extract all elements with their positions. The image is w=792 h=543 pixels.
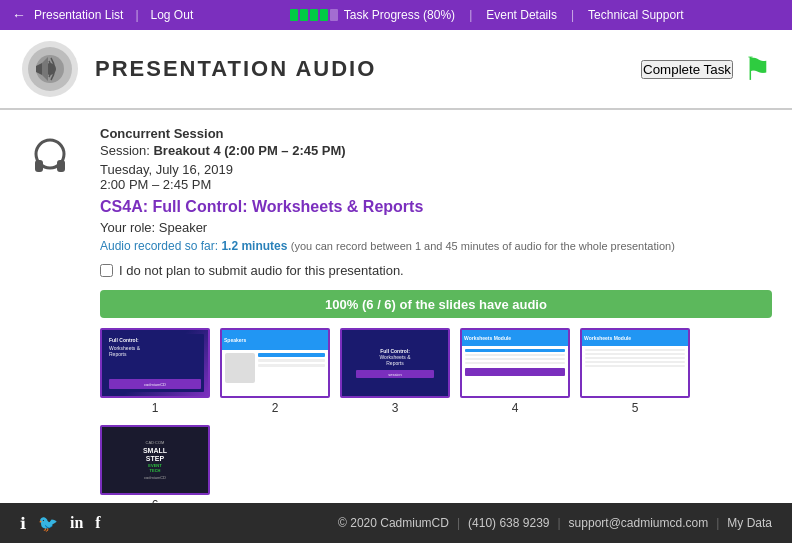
linkedin-icon[interactable]: in xyxy=(70,514,83,533)
audio-icon xyxy=(20,39,80,99)
battery-cell-3 xyxy=(310,9,318,21)
footer-div-2: | xyxy=(557,516,560,530)
log-out-link[interactable]: Log Out xyxy=(151,8,194,22)
slides-progress-bar: 100% (6 / 6) of the slides have audio xyxy=(100,290,772,318)
technical-support-link[interactable]: Technical Support xyxy=(588,8,683,22)
nav-center: Task Progress (80%) | Event Details | Te… xyxy=(193,8,780,22)
slide-thumb-1: Full Control: Worksheets & Reports cadmi… xyxy=(100,328,210,398)
no-audio-label: I do not plan to submit audio for this p… xyxy=(119,263,404,278)
slide-number-6: 6 xyxy=(152,498,159,503)
event-details-link[interactable]: Event Details xyxy=(486,8,557,22)
slide-item-6[interactable]: CAD·COM SMALLSTEP EVENTTECH cadmiumCD 6 xyxy=(100,425,210,503)
nav-divider-3: | xyxy=(469,8,472,22)
headphone-icon xyxy=(25,132,75,185)
role-label: Your role: Speaker xyxy=(100,220,772,235)
slide-item-3[interactable]: Full Control: Worksheets & Reports sessi… xyxy=(340,328,450,415)
task-progress-container: Task Progress (80%) xyxy=(290,8,455,22)
audio-recorded-line: Audio recorded so far: 1.2 minutes (you … xyxy=(100,239,772,253)
svg-rect-8 xyxy=(57,160,65,172)
footer-email: support@cadmiumcd.com xyxy=(569,516,709,530)
main-content: Concurrent Session Session: Breakout 4 (… xyxy=(0,110,792,503)
info-icon[interactable]: ℹ xyxy=(20,514,26,533)
back-arrow-icon[interactable]: ← xyxy=(12,7,26,23)
session-type: Concurrent Session xyxy=(100,126,772,141)
complete-task-button[interactable]: Complete Task xyxy=(641,60,733,79)
progress-battery xyxy=(290,9,338,21)
footer-my-data[interactable]: My Data xyxy=(727,516,772,530)
slide-thumb-4: Worksheets Module xyxy=(460,328,570,398)
battery-cell-4 xyxy=(320,9,328,21)
nav-divider-1: | xyxy=(135,8,138,22)
facebook-icon[interactable]: f xyxy=(95,514,100,533)
top-navigation: ← Presentation List | Log Out Task Progr… xyxy=(0,0,792,30)
slide-item-4[interactable]: Worksheets Module 4 xyxy=(460,328,570,415)
nav-left: ← Presentation List | Log Out xyxy=(12,7,193,23)
session-line: Session: Breakout 4 (2:00 PM – 2:45 PM) xyxy=(100,143,772,158)
slide-number-5: 5 xyxy=(632,401,639,415)
footer-phone: (410) 638 9239 xyxy=(468,516,549,530)
svg-rect-7 xyxy=(35,160,43,172)
time-line: 2:00 PM – 2:45 PM xyxy=(100,177,772,192)
slide-thumb-5: Worksheets Module xyxy=(580,328,690,398)
audio-recorded-note: (you can record between 1 and 45 minutes… xyxy=(291,240,675,252)
slide-number-1: 1 xyxy=(152,401,159,415)
battery-cell-5 xyxy=(330,9,338,21)
footer-info: © 2020 CadmiumCD | (410) 638 9239 | supp… xyxy=(338,516,772,530)
battery-cell-2 xyxy=(300,9,308,21)
nav-divider-4: | xyxy=(571,8,574,22)
slides-grid: Full Control: Worksheets & Reports cadmi… xyxy=(100,328,772,503)
flag-icon: ⚑ xyxy=(743,50,772,88)
checkbox-row: I do not plan to submit audio for this p… xyxy=(100,263,772,278)
footer-copyright: © 2020 CadmiumCD xyxy=(338,516,449,530)
slide-item-1[interactable]: Full Control: Worksheets & Reports cadmi… xyxy=(100,328,210,415)
slide-item-5[interactable]: Worksheets Module 5 xyxy=(580,328,690,415)
presentation-list-link[interactable]: Presentation List xyxy=(34,8,123,22)
task-progress-label[interactable]: Task Progress (80%) xyxy=(344,8,455,22)
slide-number-3: 3 xyxy=(392,401,399,415)
slide-number-4: 4 xyxy=(512,401,519,415)
audio-recorded-minutes: 1.2 minutes xyxy=(221,239,287,253)
footer-div-1: | xyxy=(457,516,460,530)
footer-div-3: | xyxy=(716,516,719,530)
slide-thumb-2: Speakers xyxy=(220,328,330,398)
audio-recorded-link[interactable]: Audio recorded so far: 1.2 minutes xyxy=(100,239,291,253)
session-breakout: Breakout 4 (2:00 PM – 2:45 PM) xyxy=(153,143,345,158)
battery-cell-1 xyxy=(290,9,298,21)
main-header: PRESENTATION AUDIO Complete Task ⚑ xyxy=(0,30,792,110)
audio-recorded-text: Audio recorded so far: xyxy=(100,239,218,253)
page-title: PRESENTATION AUDIO xyxy=(95,56,641,82)
slide-thumb-6: CAD·COM SMALLSTEP EVENTTECH cadmiumCD xyxy=(100,425,210,495)
twitter-icon[interactable]: 🐦 xyxy=(38,514,58,533)
slide-item-2[interactable]: Speakers 2 xyxy=(220,328,330,415)
footer: ℹ 🐦 in f © 2020 CadmiumCD | (410) 638 92… xyxy=(0,503,792,543)
slide-number-2: 2 xyxy=(272,401,279,415)
presentation-title: CS4A: Full Control: Worksheets & Reports xyxy=(100,198,772,216)
date-line: Tuesday, July 16, 2019 xyxy=(100,162,772,177)
footer-icons: ℹ 🐦 in f xyxy=(20,514,101,533)
no-audio-checkbox[interactable] xyxy=(100,264,113,277)
slide-thumb-3: Full Control: Worksheets & Reports sessi… xyxy=(340,328,450,398)
